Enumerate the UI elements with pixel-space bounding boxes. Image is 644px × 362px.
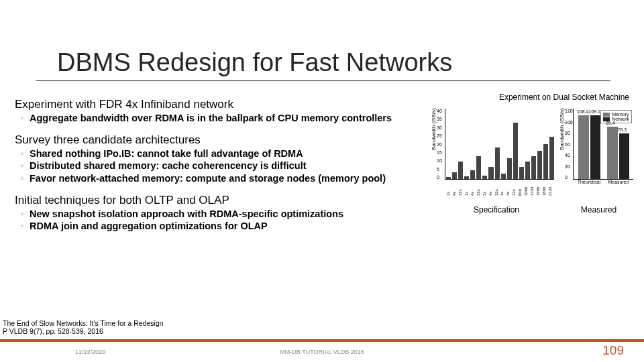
bullet: RDMA join and aggregation optimizations … (15, 221, 436, 232)
footer-rule (0, 339, 644, 342)
citation: The End of Slow Networks: It's Time for … (3, 319, 164, 335)
y-ticks: 020406080100120 (565, 109, 573, 180)
bullet: Shared nothing IPo.IB: cannot take full … (15, 148, 436, 160)
y-axis-label: Bandwidth (GB/s) (431, 108, 437, 150)
bullet: New snapshot isolation approach with RDM… (15, 208, 436, 220)
content-body: Experiment with FDR 4x Infiniband networ… (15, 94, 436, 232)
section-heading: Experiment with FDR 4x Infiniband networ… (15, 98, 436, 111)
spec-chart: Bandwidth (GB/s) 0510152025303540 1x4x12… (433, 103, 557, 197)
footer-center: MM-DB TUTORIAL VLDB 2016 (0, 349, 644, 355)
figure-title: Experiment on Dual Socket Machine (433, 93, 637, 102)
bullet: Distributed shared memory: cache coheren… (15, 160, 436, 172)
figure-block: Experiment on Dual Socket Machine Bandwi… (433, 93, 637, 215)
y-axis-label: Bandwidth (GB/s) (559, 108, 565, 150)
section-heading: Initial techniques for both OLTP and OLA… (15, 194, 436, 207)
section-heading: Survey three candidate architectures (15, 133, 436, 147)
chart-caption: Specification (433, 205, 560, 215)
chart-caption: Measured (560, 205, 637, 215)
page-number: 109 (602, 343, 624, 358)
bullet: Aggregate bandwidth over RDMA is in the … (15, 113, 436, 124)
y-ticks: 0510152025303540 (437, 109, 445, 180)
measured-chart: Bandwidth (GB/s) 020406080100120 Memory … (561, 103, 636, 197)
page-title: DBMS Redesign for Fast Networks (57, 48, 452, 77)
title-underline (36, 80, 610, 81)
bullet: Favor network-attached memory: compute a… (15, 173, 436, 184)
